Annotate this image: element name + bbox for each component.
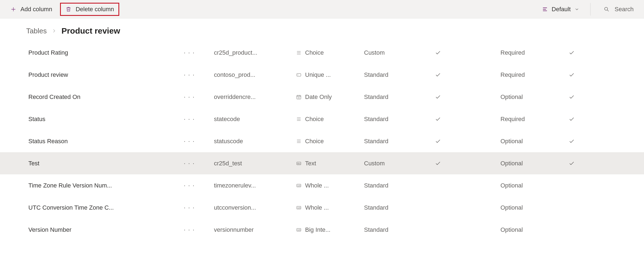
toolbar-right: Default Search <box>539 3 639 16</box>
table-row[interactable]: Test· · ·cr25d_testAbcTextCustomOptional <box>0 152 644 174</box>
number-type-icon: 123 <box>296 227 302 233</box>
type-label: Choice <box>305 49 324 56</box>
row-more-button[interactable]: · · · <box>181 203 198 212</box>
column-display-name: Product Rating <box>28 49 68 56</box>
cell-display-name: Record Created On· · · <box>28 92 214 102</box>
row-more-button[interactable]: · · · <box>181 137 198 146</box>
row-more-button[interactable]: · · · <box>181 225 198 234</box>
row-more-button[interactable]: · · · <box>181 92 198 102</box>
cell-category: Standard <box>364 138 435 145</box>
separator <box>590 3 591 16</box>
number-type-icon: 123 <box>296 205 302 211</box>
check-icon <box>569 72 575 78</box>
check-icon <box>435 94 441 100</box>
column-display-name: Status Reason <box>28 138 68 145</box>
row-more-button[interactable]: · · · <box>181 48 198 57</box>
cell-display-name: Status· · · <box>28 115 214 124</box>
text-type-icon: Abc <box>296 160 302 166</box>
search-icon <box>604 6 610 12</box>
cell-category: Standard <box>364 116 435 123</box>
check-icon <box>569 94 575 100</box>
delete-column-button[interactable]: Delete column <box>60 3 119 16</box>
breadcrumb-parent[interactable]: Tables <box>26 27 47 35</box>
check-icon <box>435 72 441 78</box>
add-column-button[interactable]: Add column <box>5 3 57 16</box>
cell-logical-name: cr25d_test <box>214 160 296 167</box>
svg-text:21: 21 <box>298 97 300 99</box>
cell-category: Standard <box>364 182 435 189</box>
cell-logical-name: cr25d_product... <box>214 49 296 56</box>
table-row[interactable]: UTC Conversion Time Zone C...· · ·utccon… <box>0 197 644 219</box>
row-more-button[interactable]: · · · <box>181 181 198 190</box>
row-more-button[interactable]: · · · <box>181 70 198 80</box>
check-icon <box>435 50 441 56</box>
cell-category: Standard <box>364 226 435 233</box>
choice-type-icon <box>296 50 302 56</box>
cell-type: Choice <box>296 138 364 145</box>
search-button[interactable]: Search <box>598 6 639 13</box>
cell-logical-name: overriddencre... <box>214 93 296 101</box>
check-icon <box>435 160 441 166</box>
cell-display-name: Product review· · · <box>28 70 214 80</box>
cell-searchable <box>569 160 601 166</box>
column-display-name: UTC Conversion Time Zone C... <box>28 204 114 211</box>
table-row[interactable]: Time Zone Rule Version Num...· · ·timezo… <box>0 174 644 197</box>
row-more-button[interactable]: · · · <box>181 159 198 168</box>
search-label: Search <box>615 6 634 13</box>
number-type-icon: 123 <box>296 183 302 189</box>
cell-category: Standard <box>364 93 435 101</box>
table-row[interactable]: Version Number· · ·versionnumber123Big I… <box>0 219 644 241</box>
breadcrumb: Tables Product review <box>0 24 644 42</box>
cell-required: Required <box>500 71 569 78</box>
columns-table: Product Rating· · ·cr25d_product...Choic… <box>0 42 644 241</box>
cell-required: Required <box>500 116 569 123</box>
cell-logical-name: statuscode <box>214 138 296 145</box>
check-icon <box>569 138 575 144</box>
delete-column-label: Delete column <box>76 6 114 13</box>
cell-category: Custom <box>364 160 435 167</box>
command-bar: Add column Delete column Default Search <box>0 0 644 19</box>
chevron-down-icon <box>574 7 579 12</box>
check-icon <box>435 116 441 122</box>
type-label: Choice <box>305 138 324 145</box>
svg-text:123: 123 <box>297 229 300 231</box>
table-row[interactable]: Product Rating· · ·cr25d_product...Choic… <box>0 42 644 64</box>
check-icon <box>569 50 575 56</box>
svg-text:Abc: Abc <box>297 163 300 165</box>
cell-category: Standard <box>364 204 435 211</box>
table-row[interactable]: Status Reason· · ·statuscodeChoiceStanda… <box>0 130 644 152</box>
cell-required: Optional <box>500 226 569 233</box>
cell-type: Choice <box>296 49 364 56</box>
view-label: Default <box>552 6 571 13</box>
table-row[interactable]: Status· · ·statecodeChoiceStandardRequir… <box>0 108 644 130</box>
cell-required: Optional <box>500 204 569 211</box>
row-more-button[interactable]: · · · <box>181 115 198 124</box>
cell-searchable <box>569 94 601 100</box>
cell-category: Custom <box>364 49 435 56</box>
view-selector[interactable]: Default <box>539 4 583 15</box>
date-type-icon: 21 <box>296 94 302 100</box>
toolbar-left: Add column Delete column <box>5 3 119 16</box>
type-label: Date Only <box>305 93 332 101</box>
chevron-right-icon <box>52 28 56 33</box>
cell-searchable <box>569 50 601 56</box>
table-row[interactable]: Product review· · ·contoso_prod...Unique… <box>0 64 644 86</box>
plus-icon <box>10 6 17 13</box>
cell-searchable <box>569 72 601 78</box>
cell-required: Optional <box>500 182 569 189</box>
svg-point-0 <box>605 7 608 10</box>
type-label: Unique ... <box>305 71 331 78</box>
cell-type: 123Whole ... <box>296 204 364 211</box>
check-icon <box>569 116 575 122</box>
cell-logical-name: contoso_prod... <box>214 71 296 78</box>
check-icon <box>435 138 441 144</box>
cell-customizable <box>435 138 500 144</box>
cell-type: Unique ... <box>296 71 364 78</box>
type-label: Whole ... <box>305 182 329 189</box>
key-type-icon <box>296 72 302 78</box>
column-display-name: Status <box>28 116 45 123</box>
column-display-name: Test <box>28 160 39 167</box>
trash-icon <box>65 6 72 13</box>
cell-type: AbcText <box>296 160 364 167</box>
table-row[interactable]: Record Created On· · ·overriddencre...21… <box>0 86 644 108</box>
